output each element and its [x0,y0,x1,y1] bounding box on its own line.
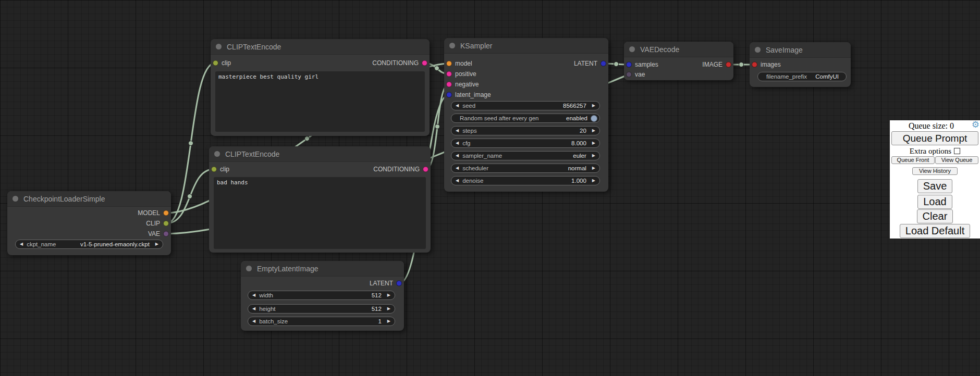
height-widget[interactable]: ◀ height 512 ▶ [248,304,395,314]
load-default-button[interactable]: Load Default [900,224,970,238]
node-title-bar[interactable]: CLIPTextEncode [209,146,431,162]
seed-widget[interactable]: ◀ seed 8566257 ▶ [451,101,600,110]
image-output-slot[interactable] [726,62,731,68]
node-clip-text-encode-negative[interactable]: CLIPTextEncode clip CONDITIONING bad han… [209,146,431,253]
increment-arrow-icon[interactable]: ▶ [592,154,595,158]
node-collapse-dot[interactable] [13,196,18,202]
increment-arrow-icon[interactable]: ▶ [387,319,390,323]
steps-widget[interactable]: ◀ steps 20 ▶ [451,126,600,135]
increment-arrow-icon[interactable]: ▶ [387,293,390,297]
queue-front-button[interactable]: Queue Front [891,156,935,164]
random-seed-widget[interactable]: Random seed after every gen enabled [451,114,600,123]
latent-output-slot[interactable] [601,61,606,67]
slot-row-vae: vae [624,69,733,80]
increment-arrow-icon[interactable]: ▶ [387,307,390,311]
prompt-textarea[interactable]: masterpiece best quality girl [215,71,425,132]
denoise-widget[interactable]: ◀ denoise 1.000 ▶ [451,176,600,185]
ckpt-name-widget[interactable]: ◀ ckpt_name v1-5-pruned-emaonly.ckpt ▶ [15,240,163,249]
latent-output-slot[interactable] [396,281,402,286]
node-empty-latent-image[interactable]: EmptyLatentImage LATENT ◀ width 512 ▶ ◀ … [241,261,404,331]
node-collapse-dot[interactable] [214,151,220,157]
input-label: positive [455,70,476,78]
decrement-arrow-icon[interactable]: ◀ [456,141,459,145]
node-vae-decode[interactable]: VAEDecode samples IMAGE vae [624,42,733,80]
clip-input-slot[interactable] [211,167,217,172]
node-title-bar[interactable]: SaveImage [750,42,851,58]
decrement-arrow-icon[interactable]: ◀ [456,166,459,170]
conditioning-output-slot[interactable] [423,167,428,172]
node-collapse-dot[interactable] [246,266,252,271]
decrement-arrow-icon[interactable]: ◀ [252,307,255,311]
samples-input-slot[interactable] [626,62,632,68]
widget-value: 20 [580,128,586,134]
input-label: latent_image [455,91,491,98]
node-collapse-dot[interactable] [216,44,222,49]
output-label: IMAGE [702,61,722,68]
increment-arrow-icon[interactable]: ▶ [592,141,595,145]
clip-input-slot[interactable] [213,60,218,66]
widget-label: denoise [462,178,483,184]
model-input-slot[interactable] [446,61,452,67]
vae-output-slot[interactable] [163,231,169,237]
increment-arrow-icon[interactable]: ▶ [592,104,595,108]
decrement-arrow-icon[interactable]: ◀ [456,154,459,158]
node-clip-text-encode-positive[interactable]: CLIPTextEncode clip CONDITIONING masterp… [211,39,430,136]
prompt-textarea[interactable]: bad hands [214,177,426,249]
conditioning-output-slot[interactable] [422,60,427,66]
increment-arrow-icon[interactable]: ▶ [155,242,158,246]
model-output-slot[interactable] [163,210,169,216]
input-label: vae [635,71,645,78]
decrement-arrow-icon[interactable]: ◀ [252,319,255,323]
node-ksampler[interactable]: KSampler model LATENT positive negative … [444,38,608,192]
increment-arrow-icon[interactable]: ▶ [592,166,595,170]
link-midpoint-dot [305,136,310,141]
latent-image-input-slot[interactable] [446,92,452,98]
node-title-bar[interactable]: EmptyLatentImage [241,261,404,277]
view-history-button[interactable]: View History [912,167,958,175]
sampler-name-widget[interactable]: ◀ sampler_name euler ▶ [451,151,600,160]
decrement-arrow-icon[interactable]: ◀ [20,242,23,246]
widget-label: filename_prefix [766,73,807,80]
positive-input-slot[interactable] [446,71,452,77]
decrement-arrow-icon[interactable]: ◀ [252,293,255,297]
node-save-image[interactable]: SaveImage images filename_prefix ComfyUI [750,42,851,87]
node-collapse-dot[interactable] [755,47,761,53]
node-collapse-dot[interactable] [449,43,455,48]
output-label: LATENT [370,280,393,287]
widget-value: 1 [378,318,381,324]
extra-options-row: Extra options [890,147,980,156]
decrement-arrow-icon[interactable]: ◀ [456,104,459,108]
increment-arrow-icon[interactable]: ▶ [592,179,595,183]
link-midpoint-dot [188,194,192,199]
view-queue-button[interactable]: View Queue [935,156,978,164]
queue-prompt-button[interactable]: Queue Prompt [891,131,978,145]
input-label: samples [635,61,658,68]
save-button[interactable]: Save [917,179,953,193]
widget-value: 1.000 [571,178,586,184]
node-title-bar[interactable]: KSampler [444,38,608,54]
vae-input-slot[interactable] [626,72,632,78]
scheduler-widget[interactable]: ◀ scheduler normal ▶ [451,164,600,173]
increment-arrow-icon[interactable]: ▶ [592,129,595,133]
input-label: negative [455,81,479,88]
cfg-widget[interactable]: ◀ cfg 8.000 ▶ [451,139,600,148]
batch-size-widget[interactable]: ◀ batch_size 1 ▶ [248,317,395,326]
extra-options-checkbox[interactable] [954,148,960,154]
comfyui-canvas[interactable]: { "nodes": { "checkpoint_loader": { "tit… [0,0,980,376]
node-title-bar[interactable]: CheckpointLoaderSimple [7,191,171,207]
node-checkpoint-loader-simple[interactable]: CheckpointLoaderSimple MODEL CLIP VAE ◀ … [7,191,171,255]
clip-output-slot[interactable] [163,221,169,227]
node-title-bar[interactable]: VAEDecode [624,42,733,57]
load-button[interactable]: Load [917,195,952,209]
decrement-arrow-icon[interactable]: ◀ [456,179,459,183]
width-widget[interactable]: ◀ width 512 ▶ [248,291,395,300]
node-collapse-dot[interactable] [629,46,635,52]
node-title-bar[interactable]: CLIPTextEncode [211,39,430,55]
decrement-arrow-icon[interactable]: ◀ [456,129,459,133]
settings-gear-icon[interactable]: ⚙ [972,120,979,129]
negative-input-slot[interactable] [446,82,452,87]
images-input-slot[interactable] [752,62,757,68]
clear-button[interactable]: Clear [917,209,953,223]
random-seed-toggle[interactable] [591,115,597,122]
filename-prefix-widget[interactable]: filename_prefix ComfyUI [757,72,847,81]
